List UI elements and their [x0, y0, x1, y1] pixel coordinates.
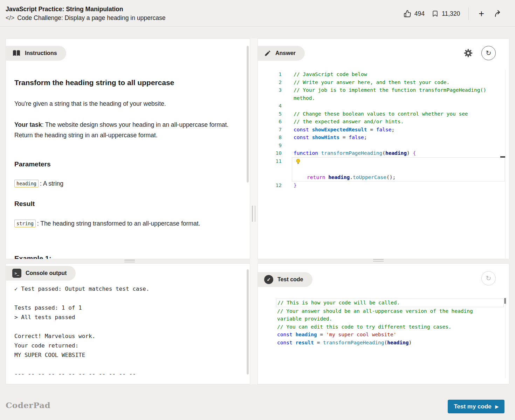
parameter-name-chip: heading	[14, 180, 39, 187]
tab-instructions-label: Instructions	[25, 50, 57, 56]
line-number: 11	[258, 157, 282, 165]
instructions-title: Transform the heading string to all uppe…	[14, 78, 236, 87]
answer-editor[interactable]: 1// JavaScript code below2// Write your …	[258, 70, 505, 190]
line-number: 10	[258, 149, 282, 157]
pencil-icon	[264, 50, 271, 57]
reset-answer-button[interactable]: ↻	[481, 46, 496, 60]
parameter-row: heading : A string	[14, 180, 236, 187]
terminal-icon: >_	[12, 269, 21, 278]
console-panel: >_ Console output ✓ Test passed: Output …	[6, 263, 250, 384]
share-arrow-icon	[494, 9, 502, 18]
line-number: 4	[258, 102, 282, 110]
line-number: 2	[258, 78, 282, 87]
editor-scroll-edge	[505, 70, 506, 259]
line-number: 7	[258, 126, 282, 134]
tab-console-output[interactable]: >_ Console output	[6, 266, 76, 281]
code-line: 12}	[258, 181, 505, 190]
vertical-splitter-handle[interactable]	[252, 206, 255, 222]
tab-console-label: Console output	[26, 270, 67, 276]
challenge-title-block: JavaScript Practice: String Manipulation…	[6, 5, 166, 22]
result-heading: Result	[14, 200, 236, 208]
header-divider	[468, 7, 469, 20]
check-circle-icon: ✓	[264, 275, 273, 284]
test-my-code-label: Test my code	[454, 403, 491, 410]
line-number: 8	[258, 133, 282, 142]
task-label: Your task	[14, 121, 42, 128]
testcode-panel: ✓ Test code ↻ // This is how your code w…	[258, 263, 509, 384]
console-line: --- -- -- -- -- -- -- -- -- -- -- --	[14, 369, 239, 379]
line-number: 1	[258, 70, 282, 78]
console-scrollbar[interactable]	[247, 269, 249, 374]
book-icon	[12, 50, 21, 57]
right-horizontal-splitter-handle[interactable]	[373, 259, 384, 262]
instructions-panel: Instructions Transform the heading strin…	[6, 39, 250, 259]
code-line: const result = transformPageHeading(head…	[258, 339, 504, 347]
line-number: 5	[258, 110, 282, 118]
instructions-task: Your task: The website design shows your…	[14, 119, 239, 140]
code-line: 1// JavaScript code below	[258, 70, 505, 78]
tab-answer[interactable]: Answer	[258, 46, 305, 61]
line-number: 9	[258, 142, 282, 150]
header-actions: 494 11,320 +	[404, 7, 504, 20]
scrollbar-marker	[500, 156, 505, 158]
test-my-code-button[interactable]: Test my code ▶	[448, 400, 504, 413]
reset-icon: ↻	[486, 274, 492, 282]
instructions-intro: You're given a string that is the headin…	[14, 98, 236, 109]
settings-button[interactable]	[462, 47, 474, 59]
code-line: 11 return heading.toUpperCase();	[258, 157, 505, 182]
console-line: > All tests passed	[14, 312, 239, 322]
bookmarks-stat[interactable]: 11,320	[432, 10, 460, 18]
add-button[interactable]: +	[477, 9, 486, 19]
likes-count: 494	[414, 10, 425, 18]
console-line: Tests passed: 1 of 1	[14, 303, 239, 312]
plus-icon: +	[479, 10, 484, 17]
code-line: 5// Change these boolean values to contr…	[258, 110, 505, 118]
likes-stat[interactable]: 494	[404, 10, 425, 18]
line-number: 12	[258, 181, 282, 190]
console-line: ✓ Test passed: Output matches test case.	[14, 284, 239, 294]
console-line: Correct! Marvelous work.	[14, 331, 239, 341]
tab-instructions[interactable]: Instructions	[6, 46, 66, 61]
answer-tools: ↻	[462, 46, 496, 60]
page-subtitle-text: Code Challenge: Display a page heading i…	[17, 14, 165, 22]
lightbulb-hint-icon[interactable]	[295, 159, 301, 164]
left-horizontal-splitter-handle[interactable]	[124, 260, 135, 262]
console-line	[14, 294, 239, 303]
code-line: // This is how your code will be called.	[258, 298, 504, 307]
reset-icon: ↻	[486, 49, 492, 57]
console-line: MY SUPER COOL WEBSITE	[14, 350, 239, 360]
tab-test-code[interactable]: ✓ Test code	[258, 272, 313, 287]
page-subtitle: </> Code Challenge: Display a page headi…	[6, 14, 166, 22]
answer-panel: Answer ↻ 1// JavaScript code below2// Wr…	[258, 39, 509, 259]
console-output: ✓ Test passed: Output matches test case.…	[14, 284, 239, 379]
instructions-scrollbar[interactable]	[247, 46, 249, 183]
vertical-splitter[interactable]	[250, 39, 258, 384]
testcode-tools: ↻	[481, 271, 496, 285]
tab-test-code-label: Test code	[277, 276, 303, 283]
gear-icon	[464, 48, 473, 58]
thumbs-up-icon[interactable]	[404, 10, 411, 18]
result-row: string : The heading string transformed …	[14, 220, 236, 227]
console-line	[14, 322, 239, 331]
result-type-chip: string	[14, 220, 36, 227]
code-line: 2// Write your answer here, and then tes…	[258, 78, 505, 87]
coderpad-logo: CoderPad	[6, 400, 50, 410]
reset-test-code-button[interactable]: ↻	[481, 271, 496, 285]
code-line: 9	[258, 142, 505, 150]
bookmarks-count: 11,320	[442, 10, 460, 18]
line-number: 6	[258, 118, 282, 126]
console-line	[14, 360, 239, 369]
line-number: 3	[258, 86, 282, 94]
code-brackets-icon: </>	[6, 14, 14, 22]
example-heading: Example 1:	[14, 255, 236, 259]
code-line: 7const showExpectedResult = false;	[258, 126, 505, 134]
play-icon: ▶	[495, 405, 499, 409]
test-code-editor[interactable]: // This is how your code will be called.…	[258, 298, 504, 346]
editor-scroll-edge	[505, 298, 506, 378]
bookmark-icon[interactable]	[432, 10, 439, 18]
page-title: JavaScript Practice: String Manipulation	[6, 5, 166, 14]
console-line: Your code returned:	[14, 341, 239, 350]
parameters-heading: Parameters	[14, 160, 236, 168]
code-line: 6// the expected answer and/or hints.	[258, 118, 505, 126]
share-button[interactable]	[493, 8, 504, 19]
